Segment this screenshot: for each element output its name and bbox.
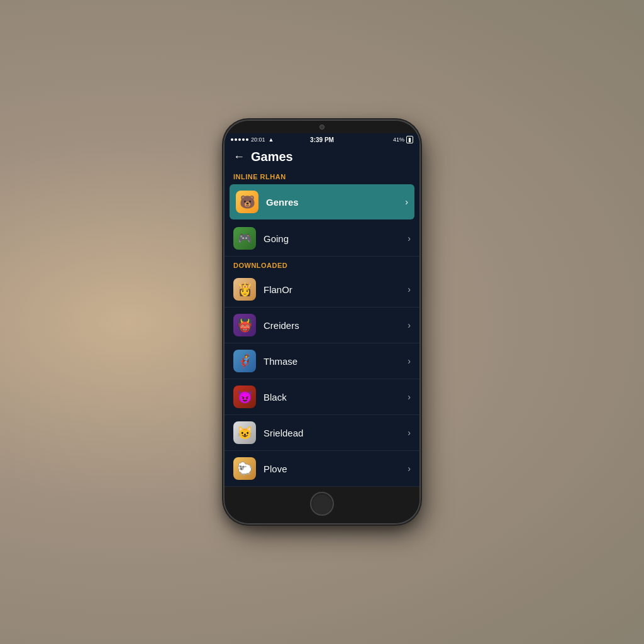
chevron-going: › xyxy=(408,233,411,243)
status-left: 20:01 ▲ xyxy=(231,136,274,143)
home-button[interactable] xyxy=(310,492,334,516)
list-item-srieldead[interactable]: 😺 Srieldead › xyxy=(225,415,419,451)
list-item-genres[interactable]: 🐻 Genres › xyxy=(230,184,414,219)
list-item-going[interactable]: 🎮 Going › xyxy=(225,221,419,257)
item-icon-flanor: 👸 xyxy=(233,278,256,301)
item-label-creiders: Creiders xyxy=(264,320,408,331)
list-item-black[interactable]: 😈 Black › xyxy=(225,379,419,415)
item-icon-genres: 🐻 xyxy=(236,191,258,213)
status-bar: 20:01 ▲ 3:39 PM 41% ▮ xyxy=(225,133,419,145)
battery-icon: ▮ xyxy=(406,136,413,143)
signal-dot-2 xyxy=(235,138,237,141)
chevron-flanor: › xyxy=(408,284,411,294)
phone-screen: 20:01 ▲ 3:39 PM 41% ▮ ← Games INLINE RLH… xyxy=(225,133,419,487)
item-label-flanor: FlanOr xyxy=(264,284,408,295)
section-header-downloaded: DOWNLOADED xyxy=(225,257,419,272)
list-item-creiders[interactable]: 👹 Creiders › xyxy=(225,308,419,343)
list-item-plove[interactable]: 🐑 Plove › xyxy=(225,451,419,487)
item-label-thmase: Thmase xyxy=(264,356,408,367)
page-title: Games xyxy=(251,150,293,164)
battery-percent: 41% xyxy=(393,136,404,143)
chevron-black: › xyxy=(408,392,411,402)
item-icon-creiders: 👹 xyxy=(233,314,256,336)
item-label-srieldead: Srieldead xyxy=(264,428,408,438)
item-icon-thmase: 🦸 xyxy=(233,350,256,372)
chevron-genres: › xyxy=(405,197,408,207)
item-icon-black: 😈 xyxy=(233,386,256,408)
item-label-plove: Plove xyxy=(264,464,408,474)
list-item-thmase[interactable]: 🦸 Thmase › xyxy=(225,343,419,379)
phone-bottom-bar xyxy=(225,487,419,523)
section-header-inline: INLINE RLHAN xyxy=(225,168,419,183)
status-right: 41% ▮ xyxy=(393,136,413,143)
phone-frame: 20:01 ▲ 3:39 PM 41% ▮ ← Games INLINE RLH… xyxy=(225,121,419,523)
item-icon-going: 🎮 xyxy=(233,227,256,250)
signal-dot-3 xyxy=(238,138,241,141)
nav-header: ← Games xyxy=(225,145,419,168)
carrier-label: 20:01 xyxy=(251,136,265,143)
chevron-srieldead: › xyxy=(408,428,411,438)
wifi-icon: ▲ xyxy=(269,136,274,143)
item-label-going: Going xyxy=(264,233,408,244)
item-icon-srieldead: 😺 xyxy=(233,421,256,444)
item-label-genres: Genres xyxy=(266,197,405,208)
front-camera xyxy=(319,125,325,130)
status-time: 3:39 PM xyxy=(310,136,334,143)
phone-top-bar xyxy=(225,121,419,133)
back-button[interactable]: ← xyxy=(233,150,245,164)
chevron-plove: › xyxy=(408,464,411,474)
chevron-creiders: › xyxy=(408,320,411,330)
games-list: INLINE RLHAN 🐻 Genres › 🎮 Going › DOWNLO… xyxy=(225,168,419,487)
signal-dot-5 xyxy=(246,138,248,141)
item-label-black: Black xyxy=(264,392,408,402)
item-icon-plove: 🐑 xyxy=(233,457,256,480)
signal-dot-4 xyxy=(242,138,245,141)
list-item-flanor[interactable]: 👸 FlanOr › xyxy=(225,272,419,308)
chevron-thmase: › xyxy=(408,356,411,366)
signal-dot-1 xyxy=(231,138,233,141)
